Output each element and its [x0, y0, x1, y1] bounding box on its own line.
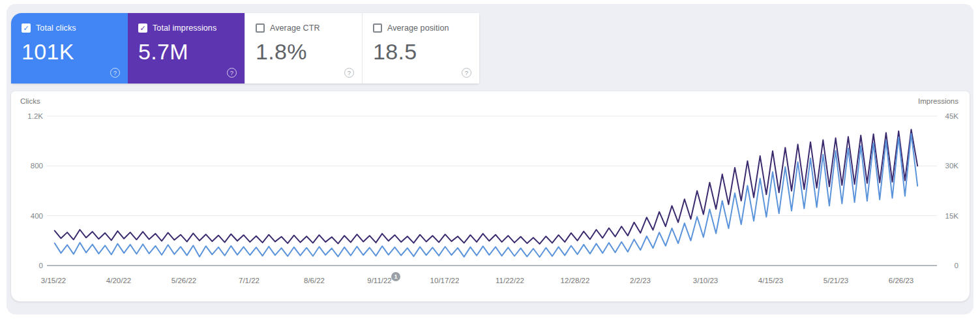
axis-tick-label: 15K: [927, 211, 958, 221]
date-tick-label: 8/6/22: [304, 277, 325, 284]
checkbox-checked-icon[interactable]: ✓: [138, 23, 147, 33]
metric-card-total-impressions[interactable]: ✓ Total impressions 5.7M ?: [128, 13, 245, 84]
help-icon[interactable]: ?: [344, 68, 354, 78]
metric-card-average-position[interactable]: Average position 18.5 ?: [362, 13, 479, 84]
axis-tick-label: 0: [11, 261, 43, 270]
date-tick-label: 12/28/22: [561, 277, 590, 284]
date-tick-label: 6/26/23: [889, 277, 913, 284]
help-icon[interactable]: ?: [462, 68, 471, 78]
date-tick-label: 4/20/22: [106, 277, 131, 284]
metric-card-value: 101K: [22, 39, 119, 65]
metric-card-total-clicks[interactable]: ✓ Total clicks 101K ?: [11, 13, 128, 84]
axis-tick-label: 400: [11, 211, 43, 221]
date-tick-label: 11/22/22: [496, 277, 524, 284]
metric-cards-row: ✓ Total clicks 101K ? ✓ Total impression…: [11, 13, 479, 84]
checkbox-checked-icon[interactable]: ✓: [22, 23, 31, 33]
date-tick-label: 7/1/22: [239, 277, 260, 284]
date-tick-label: 10/17/22: [430, 277, 460, 284]
date-tick-label: 4/15/23: [758, 277, 783, 284]
metric-card-label: Total clicks: [36, 23, 76, 33]
metric-card-average-ctr[interactable]: Average CTR 1.8% ?: [245, 13, 362, 84]
axis-tick-label: 0: [927, 261, 958, 270]
metric-card-label: Average CTR: [270, 23, 320, 33]
date-tick-label: 5/26/22: [171, 277, 196, 284]
metric-card-label: Average position: [387, 23, 449, 33]
date-tick-label: 3/15/22: [41, 277, 66, 284]
axis-tick-label: 30K: [927, 161, 958, 170]
performance-chart-svg[interactable]: [11, 91, 970, 301]
metric-card-value: 1.8%: [256, 39, 353, 65]
axis-tick-label: 45K: [927, 112, 958, 121]
performance-chart-panel: Clicks Impressions 3/15/224/20/225/26/22…: [11, 91, 970, 301]
date-tick-label: 3/10/23: [693, 277, 718, 284]
date-tick-label: 5/21/23: [824, 277, 848, 284]
date-tick-label: 9/11/22: [367, 277, 392, 284]
help-icon[interactable]: ?: [110, 68, 120, 78]
checkbox-unchecked-icon[interactable]: [373, 23, 382, 33]
axis-tick-label: 800: [11, 161, 43, 170]
checkbox-unchecked-icon[interactable]: [256, 23, 265, 33]
annotation-badge[interactable]: 1: [391, 272, 400, 281]
axis-tick-label: 1.2K: [11, 112, 43, 121]
report-canvas: ✓ Total clicks 101K ? ✓ Total impression…: [7, 4, 973, 314]
help-icon[interactable]: ?: [227, 68, 237, 78]
date-tick-label: 2/2/23: [630, 277, 651, 284]
metric-card-value: 5.7M: [138, 39, 235, 65]
metric-card-label: Total impressions: [153, 23, 216, 33]
metric-card-value: 18.5: [373, 39, 470, 65]
